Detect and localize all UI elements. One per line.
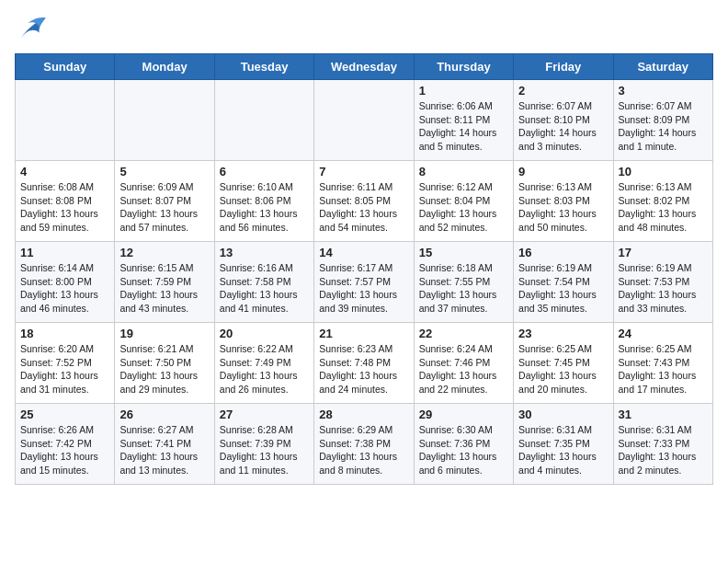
day-number: 16	[518, 246, 608, 259]
day-number: 21	[319, 327, 408, 340]
day-info: Sunrise: 6:25 AM Sunset: 7:43 PM Dayligh…	[619, 342, 708, 396]
weekday-header-thursday: Thursday	[414, 54, 513, 80]
day-number: 28	[319, 408, 408, 421]
day-info: Sunrise: 6:31 AM Sunset: 7:35 PM Dayligh…	[518, 423, 608, 477]
weekday-header-friday: Friday	[514, 54, 613, 80]
day-number: 18	[20, 327, 109, 340]
logo-icon	[15, 15, 48, 42]
calendar-day-5: 5Sunrise: 6:09 AM Sunset: 8:07 PM Daylig…	[115, 161, 214, 242]
day-number: 15	[419, 246, 508, 259]
calendar-day-9: 9Sunrise: 6:13 AM Sunset: 8:03 PM Daylig…	[514, 161, 613, 242]
day-info: Sunrise: 6:07 AM Sunset: 8:09 PM Dayligh…	[619, 99, 708, 154]
calendar-day-25: 25Sunrise: 6:26 AM Sunset: 7:42 PM Dayli…	[16, 404, 115, 485]
weekday-header-row: SundayMondayTuesdayWednesdayThursdayFrid…	[16, 54, 713, 80]
weekday-header-monday: Monday	[115, 54, 214, 80]
day-number: 22	[419, 327, 508, 340]
day-number: 1	[419, 84, 508, 98]
day-info: Sunrise: 6:27 AM Sunset: 7:41 PM Dayligh…	[119, 423, 209, 477]
day-number: 12	[119, 246, 209, 259]
calendar-day-2: 2Sunrise: 6:07 AM Sunset: 8:10 PM Daylig…	[514, 80, 613, 161]
day-number: 29	[419, 408, 508, 421]
calendar-empty-cell	[214, 80, 313, 161]
calendar-empty-cell	[115, 80, 214, 161]
day-number: 2	[518, 84, 608, 98]
weekday-header-saturday: Saturday	[613, 54, 712, 80]
calendar-day-3: 3Sunrise: 6:07 AM Sunset: 8:09 PM Daylig…	[613, 80, 712, 161]
calendar-day-30: 30Sunrise: 6:31 AM Sunset: 7:35 PM Dayli…	[514, 404, 613, 485]
calendar-day-6: 6Sunrise: 6:10 AM Sunset: 8:06 PM Daylig…	[214, 161, 313, 242]
calendar-day-29: 29Sunrise: 6:30 AM Sunset: 7:36 PM Dayli…	[414, 404, 513, 485]
day-number: 19	[119, 327, 209, 340]
day-info: Sunrise: 6:14 AM Sunset: 8:00 PM Dayligh…	[20, 261, 109, 316]
day-number: 14	[319, 246, 408, 259]
day-info: Sunrise: 6:29 AM Sunset: 7:38 PM Dayligh…	[319, 423, 408, 477]
day-number: 23	[518, 327, 608, 340]
day-info: Sunrise: 6:26 AM Sunset: 7:42 PM Dayligh…	[20, 423, 109, 477]
day-number: 6	[220, 165, 309, 178]
calendar-week-row: 18Sunrise: 6:20 AM Sunset: 7:52 PM Dayli…	[16, 323, 713, 404]
day-number: 25	[20, 408, 109, 421]
weekday-header-tuesday: Tuesday	[214, 54, 313, 80]
calendar-week-row: 4Sunrise: 6:08 AM Sunset: 8:08 PM Daylig…	[16, 161, 713, 242]
calendar-day-21: 21Sunrise: 6:23 AM Sunset: 7:48 PM Dayli…	[314, 323, 414, 404]
calendar-day-10: 10Sunrise: 6:13 AM Sunset: 8:02 PM Dayli…	[613, 161, 712, 242]
calendar-day-19: 19Sunrise: 6:21 AM Sunset: 7:50 PM Dayli…	[115, 323, 214, 404]
calendar-week-row: 1Sunrise: 6:06 AM Sunset: 8:11 PM Daylig…	[16, 80, 713, 161]
calendar-empty-cell	[16, 80, 115, 161]
day-info: Sunrise: 6:23 AM Sunset: 7:48 PM Dayligh…	[319, 342, 408, 396]
day-number: 4	[20, 165, 109, 178]
day-info: Sunrise: 6:21 AM Sunset: 7:50 PM Dayligh…	[119, 342, 209, 396]
calendar-day-15: 15Sunrise: 6:18 AM Sunset: 7:55 PM Dayli…	[414, 242, 513, 323]
calendar-day-22: 22Sunrise: 6:24 AM Sunset: 7:46 PM Dayli…	[414, 323, 513, 404]
day-number: 31	[619, 408, 708, 421]
day-info: Sunrise: 6:18 AM Sunset: 7:55 PM Dayligh…	[419, 261, 508, 316]
day-info: Sunrise: 6:25 AM Sunset: 7:45 PM Dayligh…	[518, 342, 608, 396]
calendar-day-1: 1Sunrise: 6:06 AM Sunset: 8:11 PM Daylig…	[414, 80, 513, 161]
day-info: Sunrise: 6:24 AM Sunset: 7:46 PM Dayligh…	[419, 342, 508, 396]
day-info: Sunrise: 6:17 AM Sunset: 7:57 PM Dayligh…	[319, 261, 408, 316]
day-number: 8	[419, 165, 508, 178]
day-number: 13	[220, 246, 309, 259]
day-info: Sunrise: 6:19 AM Sunset: 7:53 PM Dayligh…	[619, 261, 708, 316]
calendar-day-23: 23Sunrise: 6:25 AM Sunset: 7:45 PM Dayli…	[514, 323, 613, 404]
day-number: 9	[518, 165, 608, 178]
day-number: 30	[518, 408, 608, 421]
day-info: Sunrise: 6:31 AM Sunset: 7:33 PM Dayligh…	[619, 423, 708, 477]
day-number: 10	[619, 165, 708, 178]
calendar-day-26: 26Sunrise: 6:27 AM Sunset: 7:41 PM Dayli…	[115, 404, 214, 485]
day-info: Sunrise: 6:15 AM Sunset: 7:59 PM Dayligh…	[119, 261, 209, 316]
day-info: Sunrise: 6:28 AM Sunset: 7:39 PM Dayligh…	[220, 423, 309, 477]
calendar-day-24: 24Sunrise: 6:25 AM Sunset: 7:43 PM Dayli…	[613, 323, 712, 404]
calendar-day-4: 4Sunrise: 6:08 AM Sunset: 8:08 PM Daylig…	[16, 161, 115, 242]
day-info: Sunrise: 6:11 AM Sunset: 8:05 PM Dayligh…	[319, 180, 408, 235]
calendar-day-20: 20Sunrise: 6:22 AM Sunset: 7:49 PM Dayli…	[214, 323, 313, 404]
day-number: 5	[119, 165, 209, 178]
calendar-day-13: 13Sunrise: 6:16 AM Sunset: 7:58 PM Dayli…	[214, 242, 313, 323]
calendar-day-17: 17Sunrise: 6:19 AM Sunset: 7:53 PM Dayli…	[613, 242, 712, 323]
calendar-day-14: 14Sunrise: 6:17 AM Sunset: 7:57 PM Dayli…	[314, 242, 414, 323]
calendar-day-8: 8Sunrise: 6:12 AM Sunset: 8:04 PM Daylig…	[414, 161, 513, 242]
calendar-day-16: 16Sunrise: 6:19 AM Sunset: 7:54 PM Dayli…	[514, 242, 613, 323]
weekday-header-wednesday: Wednesday	[314, 54, 414, 80]
logo	[15, 15, 51, 42]
day-info: Sunrise: 6:16 AM Sunset: 7:58 PM Dayligh…	[220, 261, 309, 316]
day-number: 20	[220, 327, 309, 340]
day-info: Sunrise: 6:12 AM Sunset: 8:04 PM Dayligh…	[419, 180, 508, 235]
day-number: 3	[619, 84, 708, 98]
day-info: Sunrise: 6:20 AM Sunset: 7:52 PM Dayligh…	[20, 342, 109, 396]
calendar-day-28: 28Sunrise: 6:29 AM Sunset: 7:38 PM Dayli…	[314, 404, 414, 485]
day-info: Sunrise: 6:30 AM Sunset: 7:36 PM Dayligh…	[419, 423, 508, 477]
day-number: 7	[319, 165, 408, 178]
day-number: 26	[119, 408, 209, 421]
day-info: Sunrise: 6:13 AM Sunset: 8:03 PM Dayligh…	[518, 180, 608, 235]
calendar-table: SundayMondayTuesdayWednesdayThursdayFrid…	[15, 53, 713, 485]
day-info: Sunrise: 6:22 AM Sunset: 7:49 PM Dayligh…	[220, 342, 309, 396]
calendar-day-31: 31Sunrise: 6:31 AM Sunset: 7:33 PM Dayli…	[613, 404, 712, 485]
calendar-day-7: 7Sunrise: 6:11 AM Sunset: 8:05 PM Daylig…	[314, 161, 414, 242]
day-number: 24	[619, 327, 708, 340]
day-info: Sunrise: 6:09 AM Sunset: 8:07 PM Dayligh…	[119, 180, 209, 235]
day-info: Sunrise: 6:07 AM Sunset: 8:10 PM Dayligh…	[518, 99, 608, 154]
calendar-day-27: 27Sunrise: 6:28 AM Sunset: 7:39 PM Dayli…	[214, 404, 313, 485]
day-number: 11	[20, 246, 109, 259]
day-number: 27	[220, 408, 309, 421]
